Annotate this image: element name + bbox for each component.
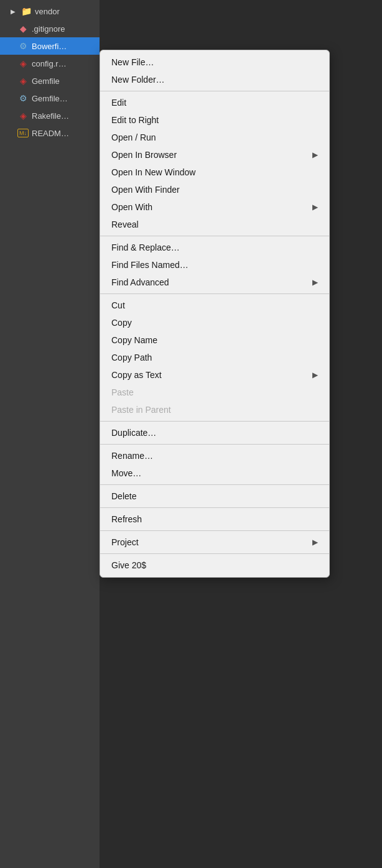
sidebar-item-config[interactable]: ◈ config.r… [0,55,100,72]
sidebar-item-bowerfile[interactable]: ⚙ Bowerfi… [0,37,100,55]
menu-item-reveal[interactable]: Reveal [100,216,329,233]
sidebar-item-label: vendor [35,7,60,16]
separator-4 [100,421,329,422]
sidebar-item-label: Rakefile… [32,111,69,121]
menu-item-open-in-new-window[interactable]: Open In New Window [100,164,329,181]
submenu-arrow-icon-3: ▶ [312,278,318,287]
ruby-icon-3: ◈ [17,110,29,121]
context-menu: New File… New Folder… Edit Edit to Right… [100,50,330,578]
menu-item-label: Paste [111,387,134,397]
menu-item-open-with[interactable]: Open With ▶ [100,198,329,216]
menu-item-label: Duplicate… [111,428,156,438]
menu-item-open-in-browser[interactable]: Open In Browser ▶ [100,146,329,164]
menu-item-label: Copy Path [111,353,152,362]
menu-item-label: Find Files Named… [111,260,189,270]
sidebar-item-label: READM… [32,129,69,138]
menu-item-move[interactable]: Move… [100,464,329,482]
menu-item-label: Open With Finder [111,185,180,195]
menu-item-delete[interactable]: Delete [100,487,329,505]
menu-item-paste: Paste [100,384,329,401]
menu-item-find-replace[interactable]: Find & Replace… [100,239,329,256]
folder-icon: 📁 [21,6,32,17]
menu-item-label: Project [111,537,139,547]
menu-item-label: Rename… [111,451,153,461]
menu-item-label: Open In New Window [111,167,195,177]
menu-item-copy[interactable]: Copy [100,314,329,331]
sidebar-item-gemfile[interactable]: ◈ Gemfile [0,72,100,90]
menu-item-label: Refresh [111,514,142,524]
menu-item-duplicate[interactable]: Duplicate… [100,424,329,441]
menu-item-label: Reveal [111,219,139,229]
sidebar-item-label: Gemfile [32,76,60,86]
menu-item-edit-to-right[interactable]: Edit to Right [100,111,329,129]
menu-item-label: Edit to Right [111,115,159,125]
menu-item-copy-as-text[interactable]: Copy as Text ▶ [100,366,329,384]
menu-item-label: New Folder… [111,75,165,85]
separator-6 [100,484,329,485]
submenu-arrow-icon-2: ▶ [312,203,318,211]
menu-item-copy-path[interactable]: Copy Path [100,349,329,366]
menu-item-find-advanced[interactable]: Find Advanced ▶ [100,274,329,291]
sidebar-item-label: Bowerfi… [32,42,67,51]
submenu-arrow-icon: ▶ [312,150,318,159]
separator-7 [100,507,329,508]
separator-2 [100,236,329,236]
menu-item-refresh[interactable]: Refresh [100,510,329,528]
sidebar-item-label: config.r… [32,59,67,68]
menu-item-label: Move… [111,468,141,478]
separator-1 [100,91,329,91]
separator-5 [100,444,329,445]
gear-icon-2: ⚙ [17,93,29,104]
gear-icon: ⚙ [17,40,29,52]
markdown-icon: M↓ [17,129,29,137]
separator-3 [100,293,329,294]
ruby-icon-2: ◈ [17,75,29,86]
arrow-right-icon: ▶ [7,6,19,17]
sidebar-item-gitignore[interactable]: ◆ .gitignore [0,20,100,37]
menu-item-label: Copy as Text [111,370,162,380]
menu-item-rename[interactable]: Rename… [100,447,329,464]
menu-item-label: Open In Browser [111,150,177,160]
submenu-arrow-icon-5: ▶ [312,538,318,547]
menu-item-label: Give 20$ [111,560,146,570]
menu-item-open-with-finder[interactable]: Open With Finder [100,181,329,198]
separator-8 [100,530,329,531]
sidebar-item-label: Gemfile… [32,94,68,103]
sidebar-item-readme[interactable]: M↓ READM… [0,124,100,142]
menu-item-new-folder[interactable]: New Folder… [100,71,329,88]
menu-item-project[interactable]: Project ▶ [100,533,329,551]
sidebar-item-vendor[interactable]: ▶ 📁 vendor [0,2,100,20]
sidebar: ▶ 📁 vendor ◆ .gitignore ⚙ Bowerfi… ◈ con… [0,0,100,868]
menu-item-open-run[interactable]: Open / Run [100,129,329,146]
menu-item-find-files-named[interactable]: Find Files Named… [100,256,329,274]
submenu-arrow-icon-4: ▶ [312,371,318,379]
menu-item-label: Open With [111,202,152,212]
ruby-icon: ◈ [17,58,29,69]
menu-item-label: Delete [111,491,136,501]
sidebar-item-label: .gitignore [32,24,65,34]
menu-item-label: Find Advanced [111,277,169,287]
menu-item-give-20[interactable]: Give 20$ [100,556,329,574]
menu-item-label: Copy Name [111,335,157,345]
git-icon: ◆ [17,23,29,34]
menu-item-new-file[interactable]: New File… [100,53,329,71]
menu-item-label: Open / Run [111,132,156,142]
menu-item-label: Paste in Parent [111,405,171,415]
menu-item-edit[interactable]: Edit [100,94,329,111]
menu-item-cut[interactable]: Cut [100,297,329,314]
separator-9 [100,553,329,554]
sidebar-item-rakefile[interactable]: ◈ Rakefile… [0,107,100,124]
menu-item-label: Cut [111,300,125,310]
menu-item-copy-name[interactable]: Copy Name [100,331,329,349]
sidebar-item-gemfilelock[interactable]: ⚙ Gemfile… [0,90,100,107]
menu-item-label: Find & Replace… [111,242,180,252]
menu-item-label: Copy [111,318,132,328]
menu-item-label: Edit [111,98,126,108]
menu-item-label: New File… [111,57,154,67]
menu-item-paste-in-parent: Paste in Parent [100,401,329,418]
